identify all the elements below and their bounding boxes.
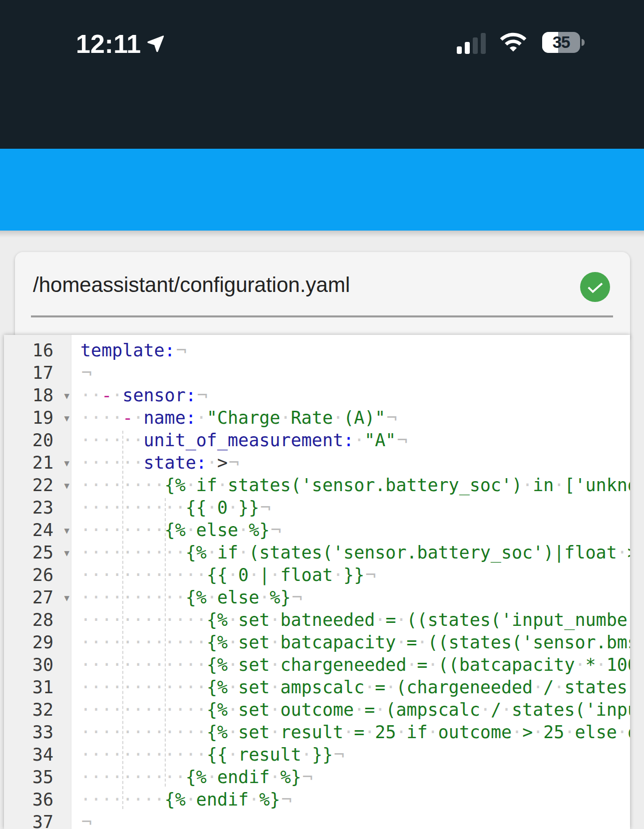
code-line[interactable]: 36········{%·endif·%}¬ bbox=[4, 789, 630, 811]
code-line[interactable]: 34············{{·result·}}¬ bbox=[4, 744, 630, 766]
code-text: ············{%·set·chargeneeded·=·((batc… bbox=[71, 654, 630, 676]
code-text: ······unit_of_measurement:·"A"¬ bbox=[71, 429, 630, 452]
eol-marker: ¬ bbox=[364, 565, 376, 585]
line-number: 25 bbox=[4, 542, 71, 564]
wifi-icon bbox=[498, 30, 528, 56]
location-arrow-icon bbox=[146, 34, 166, 54]
code-text: ··········{%·endif·%}¬ bbox=[71, 766, 630, 789]
code-line[interactable]: 37¬ bbox=[4, 811, 630, 829]
line-number: 29 bbox=[4, 631, 71, 654]
page-content: /homeassistant/configuration.yaml 1516te… bbox=[0, 231, 644, 829]
line-number: 33 bbox=[4, 721, 71, 744]
line-number: 28 bbox=[4, 609, 71, 631]
gutter-cell: 28 bbox=[4, 609, 71, 631]
gutter-cell: 34 bbox=[4, 744, 71, 766]
code-line[interactable]: 23··········{{·0·}}¬ bbox=[4, 497, 630, 519]
fold-arrow-icon[interactable]: ▾ bbox=[64, 452, 69, 474]
gutter-cell: 21▾ bbox=[4, 452, 71, 474]
code-line[interactable]: 21▾······state:·>¬ bbox=[4, 452, 630, 474]
code-lines: 1516template:¬17¬18▾··-·sensor:¬19▾····-… bbox=[4, 335, 630, 829]
editor-toolbar bbox=[0, 149, 644, 231]
code-line[interactable]: 27▾··········{%·else·%}¬ bbox=[4, 586, 630, 609]
code-text: ··-·sensor:¬ bbox=[71, 384, 630, 407]
eol-marker: ¬ bbox=[270, 520, 281, 540]
line-number: 37 bbox=[4, 811, 71, 829]
code-text: ············{%·set·outcome·=·(ampscalc·/… bbox=[71, 699, 630, 721]
status-bar: 12:11 35 bbox=[0, 0, 644, 75]
code-line[interactable]: 19▾····-·name:·"Charge·Rate·(A)"¬ bbox=[4, 407, 630, 429]
gutter-cell: 31 bbox=[4, 676, 71, 699]
code-line[interactable]: 20······unit_of_measurement:·"A"¬ bbox=[4, 429, 630, 452]
eol-marker: ¬ bbox=[80, 812, 92, 829]
eol-marker: ¬ bbox=[302, 767, 313, 787]
eol-marker: ¬ bbox=[385, 408, 397, 428]
code-text: ············{%·set·batneeded·=·((states(… bbox=[71, 609, 630, 631]
eol-marker: ¬ bbox=[280, 790, 292, 810]
code-editor[interactable]: 1516template:¬17¬18▾··-·sensor:¬19▾····-… bbox=[4, 335, 630, 829]
gutter-cell: 30 bbox=[4, 654, 71, 676]
code-line[interactable]: 24▾········{%·else·%}¬ bbox=[4, 519, 630, 542]
cellular-signal-icon bbox=[457, 32, 488, 54]
fold-arrow-icon[interactable]: ▾ bbox=[64, 474, 69, 497]
line-number: 20 bbox=[4, 429, 71, 452]
saved-status-badge bbox=[580, 272, 610, 302]
line-number: 17 bbox=[4, 362, 71, 384]
battery-nub bbox=[582, 39, 585, 46]
line-number: 30 bbox=[4, 654, 71, 676]
gutter-cell: 24▾ bbox=[4, 519, 71, 542]
gutter-cell: 15 bbox=[4, 335, 71, 339]
gutter-cell: 22▾ bbox=[4, 474, 71, 497]
code-line[interactable]: 18▾··-·sensor:¬ bbox=[4, 384, 630, 407]
code-line[interactable]: 33············{%·set·result·=·25·if·outc… bbox=[4, 721, 630, 744]
code-line[interactable]: 30············{%·set·chargeneeded·=·((ba… bbox=[4, 654, 630, 676]
code-line[interactable]: 22▾········{%·if·states('sensor.battery_… bbox=[4, 474, 630, 497]
fold-arrow-icon[interactable]: ▾ bbox=[64, 519, 69, 542]
code-text: ··········{%·if·(states('sensor.battery_… bbox=[71, 542, 630, 564]
code-text: ········{%·if·states('sensor.battery_soc… bbox=[71, 474, 630, 497]
line-number: 19 bbox=[4, 407, 71, 429]
gutter-cell: 20 bbox=[4, 429, 71, 452]
code-line[interactable]: 31············{%·set·ampscalc·=·(chargen… bbox=[4, 676, 630, 699]
gutter-cell: 18▾ bbox=[4, 384, 71, 407]
eol-marker: ¬ bbox=[396, 430, 407, 450]
code-line[interactable]: 17¬ bbox=[4, 362, 630, 384]
code-line[interactable]: 16template:¬ bbox=[4, 339, 630, 362]
code-text: ········{%·endif·%}¬ bbox=[71, 789, 630, 811]
code-text: ············{{·result·}}¬ bbox=[71, 744, 630, 766]
battery-percent: 35 bbox=[542, 32, 580, 53]
line-number: 34 bbox=[4, 744, 71, 766]
line-number: 16 bbox=[4, 339, 71, 362]
code-line[interactable]: 15 bbox=[4, 335, 630, 339]
eol-marker: ¬ bbox=[333, 745, 344, 765]
gutter-cell: 37 bbox=[4, 811, 71, 829]
line-number: 24 bbox=[4, 519, 71, 542]
code-text bbox=[71, 335, 630, 339]
line-number: 35 bbox=[4, 766, 71, 789]
code-text: ····-·name:·"Charge·Rate·(A)"¬ bbox=[71, 407, 630, 429]
fold-arrow-icon[interactable]: ▾ bbox=[64, 586, 69, 609]
code-line[interactable]: 35··········{%·endif·%}¬ bbox=[4, 766, 630, 789]
eol-marker: ¬ bbox=[259, 498, 271, 518]
gutter-cell: 27▾ bbox=[4, 586, 71, 609]
gutter-cell: 36 bbox=[4, 789, 71, 811]
code-line[interactable]: 29············{%·set·batcapacity·=·((sta… bbox=[4, 631, 630, 654]
file-path-card: /homeassistant/configuration.yaml bbox=[15, 252, 630, 342]
eol-marker: ¬ bbox=[80, 363, 92, 383]
gutter-cell: 25▾ bbox=[4, 542, 71, 564]
code-line[interactable]: 32············{%·set·outcome·=·(ampscalc… bbox=[4, 699, 630, 721]
fold-arrow-icon[interactable]: ▾ bbox=[64, 542, 69, 564]
code-line[interactable]: 26············{{·0·|·float·}}¬ bbox=[4, 564, 630, 586]
code-text: ··········{%·else·%}¬ bbox=[71, 586, 630, 609]
fold-arrow-icon[interactable]: ▾ bbox=[64, 407, 69, 429]
code-text: ··········{{·0·}}¬ bbox=[71, 497, 630, 519]
code-line[interactable]: 28············{%·set·batneeded·=·((state… bbox=[4, 609, 630, 631]
file-path-input[interactable]: /homeassistant/configuration.yaml bbox=[33, 273, 562, 297]
line-number: 22 bbox=[4, 474, 71, 497]
line-number: 18 bbox=[4, 384, 71, 407]
fold-arrow-icon[interactable]: ▾ bbox=[64, 384, 69, 407]
check-icon bbox=[585, 277, 605, 297]
eol-marker: ¬ bbox=[196, 385, 208, 405]
eol-marker: ¬ bbox=[175, 340, 187, 360]
code-line[interactable]: 25▾··········{%·if·(states('sensor.batte… bbox=[4, 542, 630, 564]
code-text: ¬ bbox=[71, 362, 630, 384]
